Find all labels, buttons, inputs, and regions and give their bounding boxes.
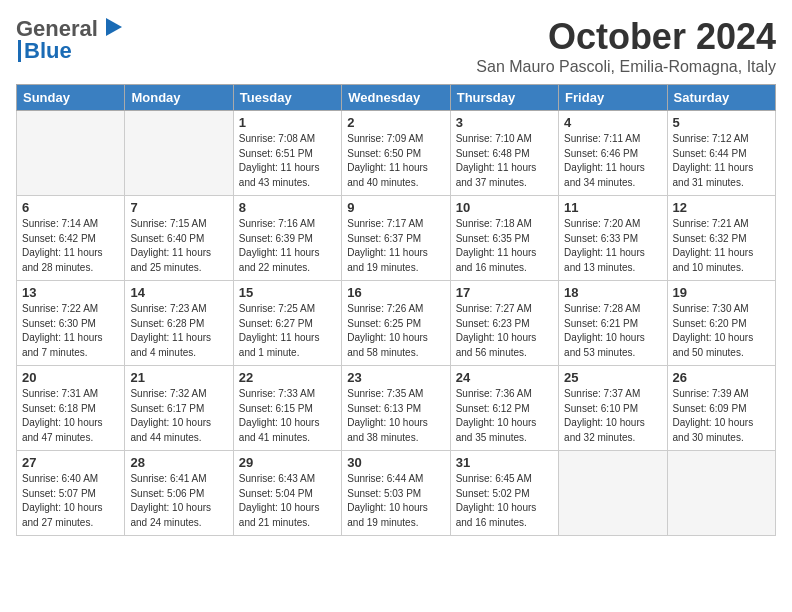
day-number: 4: [564, 115, 661, 130]
day-number: 12: [673, 200, 770, 215]
calendar-cell: 20Sunrise: 7:31 AMSunset: 6:18 PMDayligh…: [17, 366, 125, 451]
calendar-cell: [667, 451, 775, 536]
calendar-cell: 12Sunrise: 7:21 AMSunset: 6:32 PMDayligh…: [667, 196, 775, 281]
day-number: 25: [564, 370, 661, 385]
weekday-header-sunday: Sunday: [17, 85, 125, 111]
day-number: 29: [239, 455, 336, 470]
day-number: 5: [673, 115, 770, 130]
day-info: Sunrise: 7:35 AMSunset: 6:13 PMDaylight:…: [347, 387, 444, 445]
day-info: Sunrise: 7:26 AMSunset: 6:25 PMDaylight:…: [347, 302, 444, 360]
day-number: 14: [130, 285, 227, 300]
weekday-header-monday: Monday: [125, 85, 233, 111]
calendar-cell: 3Sunrise: 7:10 AMSunset: 6:48 PMDaylight…: [450, 111, 558, 196]
day-info: Sunrise: 7:18 AMSunset: 6:35 PMDaylight:…: [456, 217, 553, 275]
day-number: 21: [130, 370, 227, 385]
day-info: Sunrise: 7:32 AMSunset: 6:17 PMDaylight:…: [130, 387, 227, 445]
day-info: Sunrise: 7:22 AMSunset: 6:30 PMDaylight:…: [22, 302, 119, 360]
weekday-header-tuesday: Tuesday: [233, 85, 341, 111]
day-info: Sunrise: 7:08 AMSunset: 6:51 PMDaylight:…: [239, 132, 336, 190]
month-title: October 2024: [476, 16, 776, 58]
day-number: 3: [456, 115, 553, 130]
day-info: Sunrise: 7:20 AMSunset: 6:33 PMDaylight:…: [564, 217, 661, 275]
day-number: 1: [239, 115, 336, 130]
weekday-header-row: SundayMondayTuesdayWednesdayThursdayFrid…: [17, 85, 776, 111]
day-number: 24: [456, 370, 553, 385]
calendar-cell: 11Sunrise: 7:20 AMSunset: 6:33 PMDayligh…: [559, 196, 667, 281]
calendar-cell: 18Sunrise: 7:28 AMSunset: 6:21 PMDayligh…: [559, 281, 667, 366]
calendar-cell: 27Sunrise: 6:40 AMSunset: 5:07 PMDayligh…: [17, 451, 125, 536]
calendar-cell: 26Sunrise: 7:39 AMSunset: 6:09 PMDayligh…: [667, 366, 775, 451]
day-number: 22: [239, 370, 336, 385]
calendar-cell: 22Sunrise: 7:33 AMSunset: 6:15 PMDayligh…: [233, 366, 341, 451]
title-area: October 2024 San Mauro Pascoli, Emilia-R…: [476, 16, 776, 76]
day-number: 13: [22, 285, 119, 300]
calendar-cell: 21Sunrise: 7:32 AMSunset: 6:17 PMDayligh…: [125, 366, 233, 451]
day-info: Sunrise: 7:10 AMSunset: 6:48 PMDaylight:…: [456, 132, 553, 190]
day-number: 6: [22, 200, 119, 215]
logo: General Blue: [16, 16, 124, 64]
day-info: Sunrise: 6:40 AMSunset: 5:07 PMDaylight:…: [22, 472, 119, 530]
page-header: General Blue October 2024 San Mauro Pasc…: [16, 16, 776, 76]
logo-text-blue: Blue: [24, 38, 72, 64]
day-number: 8: [239, 200, 336, 215]
day-info: Sunrise: 7:11 AMSunset: 6:46 PMDaylight:…: [564, 132, 661, 190]
day-number: 9: [347, 200, 444, 215]
day-info: Sunrise: 7:39 AMSunset: 6:09 PMDaylight:…: [673, 387, 770, 445]
calendar-cell: 2Sunrise: 7:09 AMSunset: 6:50 PMDaylight…: [342, 111, 450, 196]
calendar-cell: 14Sunrise: 7:23 AMSunset: 6:28 PMDayligh…: [125, 281, 233, 366]
day-info: Sunrise: 7:15 AMSunset: 6:40 PMDaylight:…: [130, 217, 227, 275]
day-info: Sunrise: 6:44 AMSunset: 5:03 PMDaylight:…: [347, 472, 444, 530]
day-number: 15: [239, 285, 336, 300]
day-info: Sunrise: 7:12 AMSunset: 6:44 PMDaylight:…: [673, 132, 770, 190]
calendar-cell: [17, 111, 125, 196]
day-number: 16: [347, 285, 444, 300]
day-number: 17: [456, 285, 553, 300]
calendar-cell: 19Sunrise: 7:30 AMSunset: 6:20 PMDayligh…: [667, 281, 775, 366]
calendar-cell: 23Sunrise: 7:35 AMSunset: 6:13 PMDayligh…: [342, 366, 450, 451]
calendar-table: SundayMondayTuesdayWednesdayThursdayFrid…: [16, 84, 776, 536]
weekday-header-wednesday: Wednesday: [342, 85, 450, 111]
day-number: 18: [564, 285, 661, 300]
day-info: Sunrise: 6:45 AMSunset: 5:02 PMDaylight:…: [456, 472, 553, 530]
weekday-header-thursday: Thursday: [450, 85, 558, 111]
calendar-cell: 5Sunrise: 7:12 AMSunset: 6:44 PMDaylight…: [667, 111, 775, 196]
calendar-cell: 8Sunrise: 7:16 AMSunset: 6:39 PMDaylight…: [233, 196, 341, 281]
calendar-cell: 28Sunrise: 6:41 AMSunset: 5:06 PMDayligh…: [125, 451, 233, 536]
day-info: Sunrise: 7:37 AMSunset: 6:10 PMDaylight:…: [564, 387, 661, 445]
calendar-cell: 1Sunrise: 7:08 AMSunset: 6:51 PMDaylight…: [233, 111, 341, 196]
svg-marker-0: [106, 18, 122, 36]
calendar-cell: 9Sunrise: 7:17 AMSunset: 6:37 PMDaylight…: [342, 196, 450, 281]
day-info: Sunrise: 7:30 AMSunset: 6:20 PMDaylight:…: [673, 302, 770, 360]
day-info: Sunrise: 7:33 AMSunset: 6:15 PMDaylight:…: [239, 387, 336, 445]
logo-arrow-icon: [102, 16, 124, 38]
day-info: Sunrise: 7:16 AMSunset: 6:39 PMDaylight:…: [239, 217, 336, 275]
day-info: Sunrise: 7:17 AMSunset: 6:37 PMDaylight:…: [347, 217, 444, 275]
day-info: Sunrise: 7:31 AMSunset: 6:18 PMDaylight:…: [22, 387, 119, 445]
day-number: 26: [673, 370, 770, 385]
day-info: Sunrise: 6:41 AMSunset: 5:06 PMDaylight:…: [130, 472, 227, 530]
calendar-cell: 7Sunrise: 7:15 AMSunset: 6:40 PMDaylight…: [125, 196, 233, 281]
calendar-cell: 29Sunrise: 6:43 AMSunset: 5:04 PMDayligh…: [233, 451, 341, 536]
day-number: 28: [130, 455, 227, 470]
day-info: Sunrise: 7:25 AMSunset: 6:27 PMDaylight:…: [239, 302, 336, 360]
calendar-cell: 25Sunrise: 7:37 AMSunset: 6:10 PMDayligh…: [559, 366, 667, 451]
day-number: 30: [347, 455, 444, 470]
calendar-cell: [125, 111, 233, 196]
location-title: San Mauro Pascoli, Emilia-Romagna, Italy: [476, 58, 776, 76]
calendar-cell: 31Sunrise: 6:45 AMSunset: 5:02 PMDayligh…: [450, 451, 558, 536]
calendar-cell: 17Sunrise: 7:27 AMSunset: 6:23 PMDayligh…: [450, 281, 558, 366]
day-number: 11: [564, 200, 661, 215]
weekday-header-friday: Friday: [559, 85, 667, 111]
calendar-week-5: 27Sunrise: 6:40 AMSunset: 5:07 PMDayligh…: [17, 451, 776, 536]
day-info: Sunrise: 7:28 AMSunset: 6:21 PMDaylight:…: [564, 302, 661, 360]
calendar-cell: [559, 451, 667, 536]
day-info: Sunrise: 7:14 AMSunset: 6:42 PMDaylight:…: [22, 217, 119, 275]
day-number: 27: [22, 455, 119, 470]
calendar-cell: 10Sunrise: 7:18 AMSunset: 6:35 PMDayligh…: [450, 196, 558, 281]
day-number: 23: [347, 370, 444, 385]
calendar-week-3: 13Sunrise: 7:22 AMSunset: 6:30 PMDayligh…: [17, 281, 776, 366]
day-number: 2: [347, 115, 444, 130]
day-info: Sunrise: 7:23 AMSunset: 6:28 PMDaylight:…: [130, 302, 227, 360]
calendar-cell: 13Sunrise: 7:22 AMSunset: 6:30 PMDayligh…: [17, 281, 125, 366]
day-info: Sunrise: 7:36 AMSunset: 6:12 PMDaylight:…: [456, 387, 553, 445]
